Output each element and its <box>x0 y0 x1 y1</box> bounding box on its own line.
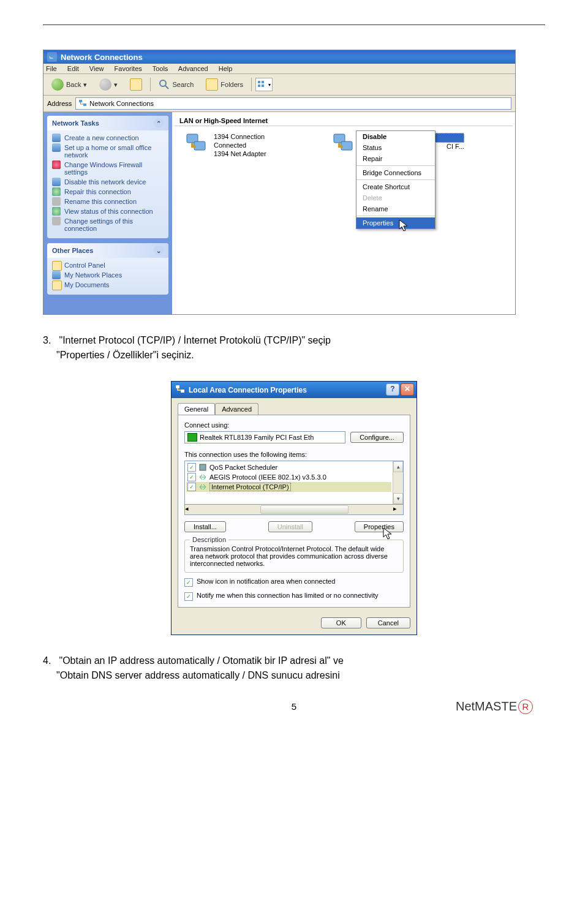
svg-rect-0 <box>48 54 51 56</box>
menu-view[interactable]: View <box>89 65 104 72</box>
close-button[interactable]: ✕ <box>401 383 414 396</box>
address-value: Network Connections <box>89 100 154 107</box>
uses-label: This connection uses the following items… <box>184 451 404 458</box>
panel-header[interactable]: Network Tasks ⌃ <box>47 116 168 130</box>
services-listbox[interactable]: ✓ QoS Packet Scheduler ✓ AEGIS Protocol … <box>184 461 404 505</box>
task-setup-home[interactable]: Set up a home or small office network <box>52 143 164 160</box>
list-item[interactable]: ✓ QoS Packet Scheduler <box>186 462 391 472</box>
horizontal-scrollbar[interactable]: ◂ ▸ <box>184 505 404 515</box>
repair-icon <box>52 187 61 196</box>
forward-button[interactable]: ▾ <box>95 77 122 92</box>
scroll-up-icon[interactable]: ▴ <box>393 461 403 472</box>
brand-logo: NetMASTER <box>456 699 533 714</box>
connection-1394[interactable]: 1394 Connection Connected 1394 Net Adapt… <box>184 133 266 159</box>
protocol-icon <box>198 483 207 491</box>
dialog-title: Local Area Connection Properties <box>189 386 307 394</box>
dialog-titlebar: Local Area Connection Properties ? ✕ <box>172 382 417 398</box>
task-change-settings[interactable]: Change settings of this connection <box>52 216 164 233</box>
scroll-thumb[interactable] <box>260 505 349 514</box>
up-button[interactable] <box>126 77 146 92</box>
properties-button[interactable]: Properties <box>355 521 404 532</box>
configure-button[interactable]: Configure... <box>350 432 404 443</box>
checkbox-row[interactable]: ✓ Show icon in notification area when co… <box>184 578 404 587</box>
views-button[interactable]: ▾ <box>255 78 273 91</box>
menu-edit[interactable]: Edit <box>67 65 79 72</box>
menu-status[interactable]: Status <box>356 142 435 153</box>
connection-device: 1394 Net Adapter <box>214 150 266 159</box>
install-button[interactable]: Install... <box>184 521 226 532</box>
menu-rename[interactable]: Rename <box>356 203 435 214</box>
checkbox-icon[interactable]: ✓ <box>184 578 193 587</box>
ok-button[interactable]: OK <box>321 617 361 628</box>
menu-repair[interactable]: Repair <box>356 153 435 164</box>
connect-using-label: Connect using: <box>184 421 404 429</box>
connection-icon <box>331 133 356 159</box>
collapse-icon[interactable]: ⌃ <box>154 118 164 128</box>
menu-disable[interactable]: Disable <box>356 131 435 142</box>
menu-tools[interactable]: Tools <box>153 65 168 72</box>
scroll-right-icon[interactable]: ▸ <box>393 505 403 514</box>
link-network-places[interactable]: My Network Places <box>52 270 164 280</box>
menu-advanced[interactable]: Advanced <box>178 65 208 72</box>
checkbox-icon[interactable]: ✓ <box>184 592 193 601</box>
documents-icon <box>52 281 62 290</box>
svg-rect-1 <box>53 58 56 60</box>
task-repair[interactable]: Repair this connection <box>52 187 164 197</box>
description-group: Description Transmission Control Protoco… <box>184 540 404 573</box>
svg-rect-9 <box>83 104 86 106</box>
checkbox-icon[interactable]: ✓ <box>187 483 196 491</box>
scroll-down-icon[interactable]: ▾ <box>393 493 403 504</box>
vertical-scrollbar[interactable]: ▴ ▾ <box>393 461 403 504</box>
task-disable[interactable]: Disable this network device <box>52 177 164 187</box>
list-item-selected[interactable]: ✓ Internet Protocol (TCP/IP) <box>186 482 391 492</box>
toolbar: Back ▾ ▾ Search Folders ▾ <box>43 74 515 96</box>
search-icon <box>159 79 170 90</box>
list-item[interactable]: ✓ AEGIS Protocol (IEEE 802.1x) v3.5.3.0 <box>186 472 391 482</box>
folder-icon <box>206 78 218 91</box>
link-my-documents[interactable]: My Documents <box>52 280 164 290</box>
rename-icon <box>52 197 61 206</box>
svg-rect-6 <box>258 85 260 87</box>
panel-header[interactable]: Other Places ⌄ <box>47 243 168 258</box>
panel-title: Other Places <box>52 247 93 254</box>
menu-properties[interactable]: Properties <box>356 217 435 228</box>
step-text-2: "Obtain DNS server address automatically… <box>56 670 340 680</box>
task-status[interactable]: View status of this connection <box>52 206 164 216</box>
panel-title: Network Tasks <box>52 119 99 127</box>
svg-rect-7 <box>262 85 264 87</box>
menu-bridge[interactable]: Bridge Connections <box>356 167 435 178</box>
tab-general[interactable]: General <box>178 403 215 415</box>
wizard-icon <box>52 134 61 142</box>
menu-file[interactable]: File <box>46 65 57 72</box>
window-title: Network Connections <box>61 53 143 62</box>
help-button[interactable]: ? <box>386 383 399 396</box>
search-button[interactable]: Search <box>154 77 198 92</box>
firewall-icon <box>52 160 61 169</box>
disable-icon <box>52 178 61 186</box>
address-label: Address <box>47 100 72 107</box>
menu-favorites[interactable]: Favorites <box>115 65 142 72</box>
task-create[interactable]: Create a new connection <box>52 133 164 143</box>
network-places-icon <box>52 271 61 279</box>
cancel-button[interactable]: Cancel <box>366 617 410 628</box>
scroll-left-icon[interactable]: ◂ <box>185 505 195 514</box>
checkbox-icon[interactable]: ✓ <box>187 463 196 472</box>
back-button[interactable]: Back ▾ <box>47 77 91 92</box>
link-control-panel[interactable]: Control Panel <box>52 260 164 270</box>
task-firewall[interactable]: Change Windows Firewall settings <box>52 160 164 177</box>
svg-rect-16 <box>200 464 206 470</box>
tab-advanced[interactable]: Advanced <box>215 403 258 415</box>
menu-help[interactable]: Help <box>219 65 233 72</box>
separator <box>251 78 252 91</box>
address-field[interactable]: Network Connections <box>75 97 511 110</box>
collapse-icon[interactable]: ⌄ <box>154 246 164 255</box>
checkbox-label: Show icon in notification area when conn… <box>197 578 335 585</box>
sidebar: Network Tasks ⌃ Create a new connection … <box>43 112 172 314</box>
folders-button[interactable]: Folders <box>202 77 247 92</box>
network-folder-icon <box>47 52 57 62</box>
checkbox-row[interactable]: ✓ Notify me when this connection has lim… <box>184 592 404 601</box>
step-text-1: "Internet Protocol (TCP/IP) / İnternet P… <box>59 335 331 345</box>
menu-shortcut[interactable]: Create Shortcut <box>356 181 435 192</box>
checkbox-icon[interactable]: ✓ <box>187 473 196 481</box>
task-rename[interactable]: Rename this connection <box>52 197 164 206</box>
